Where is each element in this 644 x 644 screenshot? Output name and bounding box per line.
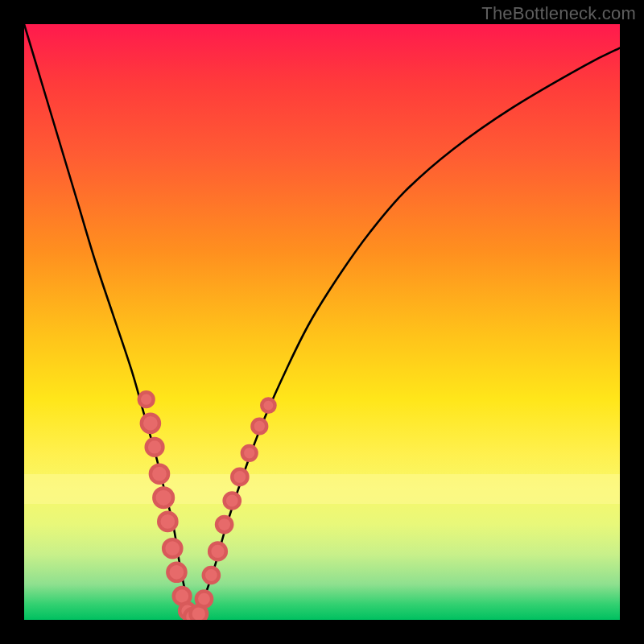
- data-point: [242, 446, 257, 460]
- data-point: [154, 488, 173, 507]
- chart-svg: [24, 24, 620, 620]
- data-point: [209, 543, 226, 560]
- chart-frame: TheBottleneck.com: [0, 0, 644, 644]
- watermark-text: TheBottleneck.com: [481, 3, 636, 24]
- data-point: [151, 465, 168, 483]
- data-point: [159, 513, 176, 530]
- data-point: [163, 539, 181, 557]
- data-point: [225, 493, 240, 508]
- data-point: [196, 591, 212, 606]
- data-point-markers: [139, 392, 275, 620]
- data-point: [252, 419, 266, 434]
- data-point: [167, 564, 185, 581]
- data-point: [232, 469, 247, 485]
- data-point: [204, 568, 219, 583]
- bottleneck-curve: [24, 24, 620, 620]
- data-point: [217, 517, 232, 532]
- data-point: [139, 392, 154, 407]
- data-point: [147, 439, 163, 456]
- plot-area: [24, 24, 620, 620]
- data-point: [262, 398, 275, 411]
- data-point: [142, 415, 159, 432]
